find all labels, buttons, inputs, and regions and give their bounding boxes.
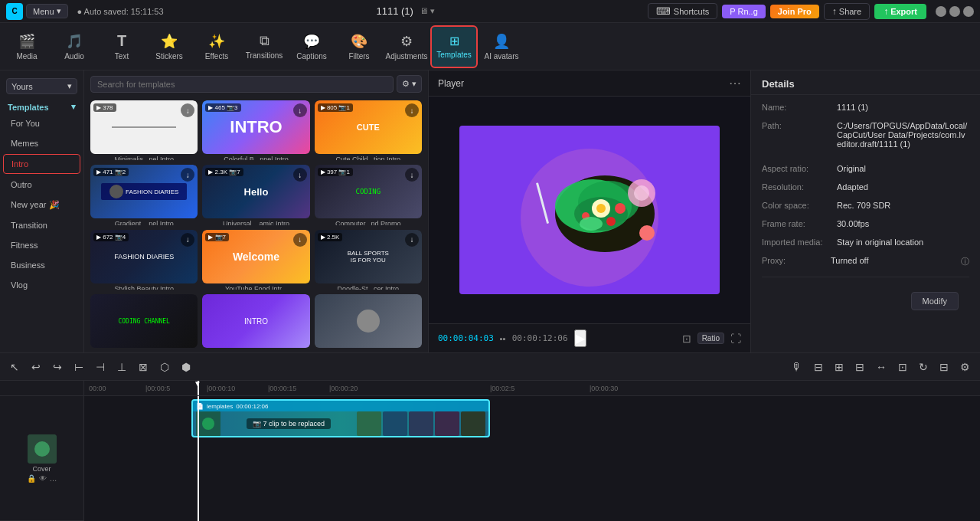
video-frame (459, 126, 720, 294)
tool-stickers[interactable]: ⭐ Stickers (145, 25, 193, 68)
template-card-4[interactable]: FASHION DIARIES ▶ 471 📷2 ↓ Gradient ...n… (90, 165, 198, 224)
timeline-playhead[interactable] (198, 381, 199, 395)
sidebar-item-intro[interactable]: Intro (3, 154, 80, 174)
template-label-9: Doodle-St...cer Intro (315, 285, 422, 290)
sidebar-item-transition[interactable]: Transition (3, 216, 80, 234)
template-card-11[interactable]: INTRO (202, 294, 309, 349)
template-card-8[interactable]: Welcome ▶ 📷7 ↓ YouTube Food Intr... (202, 230, 309, 290)
timeline-redo[interactable]: ↪ (49, 359, 66, 375)
template-badge-7: ▶ 672 📷4 (93, 233, 129, 241)
timeline-undo[interactable]: ↩ (28, 359, 44, 375)
tool-adjustments[interactable]: ⚙ Adjustments (383, 25, 430, 68)
export-button[interactable]: ↑ Export (874, 4, 926, 19)
timeline-audio-tool[interactable]: 🎙 (788, 359, 806, 375)
cover-label: Cover (32, 465, 51, 473)
sidebar-item-for-you[interactable]: For You (3, 114, 80, 133)
timeline-split[interactable]: ⊥ (113, 359, 130, 375)
sidebar-item-new-year[interactable]: New year 🎉 (3, 195, 80, 215)
sidebar-dropdown[interactable]: Yours ▾ (6, 78, 77, 94)
track-lock-icon[interactable]: 🔒 (27, 474, 36, 483)
timeline-bookmark[interactable]: ⬡ (156, 359, 173, 375)
timeline-clip-tool3[interactable]: ⊟ (851, 359, 868, 375)
template-download-3[interactable]: ↓ (405, 103, 419, 117)
template-card-3[interactable]: CUTE ▶ 805 📷1 ↓ Cute Child...tion Intro (315, 100, 422, 160)
tool-effects[interactable]: ✨ Effects (193, 25, 240, 68)
player-area: Player ⋯ (429, 70, 750, 352)
tool-templates[interactable]: ⊞ Templates (430, 25, 478, 68)
toolbar: 🎬 Media 🎵 Audio T Text ⭐ Stickers ✨ Effe… (0, 23, 980, 70)
close-button[interactable] (963, 6, 974, 17)
template-card-5[interactable]: Hello ▶ 2.3K 📷7 ↓ Universal ...amic Intr… (202, 165, 309, 224)
timeline-split-start[interactable]: ⊢ (70, 359, 87, 375)
track-visibility-icon[interactable]: 👁 (39, 474, 47, 483)
tool-transitions[interactable]: ⧉ Transitions (240, 25, 288, 68)
modify-button[interactable]: Modify (911, 292, 959, 310)
template-card-12[interactable] (315, 294, 422, 349)
timeline-clip-tool4[interactable]: ↔ (872, 359, 890, 375)
timeline-marker[interactable]: ⬢ (178, 359, 194, 375)
template-download-9[interactable]: ↓ (405, 233, 419, 247)
sidebar-templates-section[interactable]: Templates ▾ (0, 97, 83, 113)
shortcuts-button[interactable]: ⌨ Shortcuts (648, 3, 717, 19)
template-card-6[interactable]: CODING ▶ 397 📷1 ↓ Computer...nd Promo (315, 165, 422, 224)
template-download-7[interactable]: ↓ (181, 233, 194, 247)
fullscreen-icon[interactable]: ⛶ (730, 333, 741, 345)
share-button[interactable]: ↑ Share (824, 3, 870, 20)
template-card-9[interactable]: BALL SPORTSIS FOR YOU ▶ 2.5K ↓ Doodle-St… (315, 230, 422, 290)
project-title: 1111 (1) 🖥 ▾ (170, 5, 642, 17)
tool-media[interactable]: 🎬 Media (3, 25, 51, 68)
timeline-delete[interactable]: ⊠ (135, 359, 152, 375)
timeline-clip-loop[interactable]: ↻ (915, 359, 932, 375)
template-card-7[interactable]: FASHION DIARIES ▶ 672 📷4 ↓ Stylish Beaut… (90, 230, 198, 290)
sidebar: Yours ▾ Templates ▾ For You Memes Intro … (0, 70, 84, 352)
timeline-cursor-tool[interactable]: ↖ (6, 359, 23, 375)
timeline-toolbar: ↖ ↩ ↪ ⊢ ⊣ ⊥ ⊠ ⬡ ⬢ 🎙 ⊟ ⊞ ⊟ ↔ ⊡ ↻ ⊟ ⚙ (0, 353, 980, 381)
timeline-zoom-out[interactable]: ⊟ (936, 359, 952, 375)
template-label-8: YouTube Food Intr... (202, 285, 309, 290)
tool-text[interactable]: T Text (98, 25, 145, 68)
timeline-settings[interactable]: ⚙ (956, 359, 974, 375)
template-download-8[interactable]: ↓ (293, 233, 307, 247)
template-card-1[interactable]: ▶ 378 ↓ Minimalis...nel Intro (90, 100, 198, 160)
tool-captions[interactable]: 💬 Captions (288, 25, 335, 68)
maximize-button[interactable] (949, 6, 960, 17)
tool-ai-avatars[interactable]: 👤 AI avatars (478, 25, 525, 68)
play-button[interactable]: ▶ (574, 329, 586, 347)
join-pro-button[interactable]: Join Pro (770, 5, 819, 18)
clip-replace-label: 📷 7 clip to be replaced (247, 418, 331, 429)
timeline-split-end[interactable]: ⊣ (92, 359, 109, 375)
svg-point-13 (634, 185, 649, 201)
sidebar-item-business[interactable]: Business (3, 256, 80, 274)
details-body: Name: 1111 (1) Path: C:/Users/TOPGUS/App… (751, 95, 980, 352)
player-more-icon[interactable]: ⋯ (729, 76, 741, 90)
filter-button[interactable]: ⚙ ▾ (397, 75, 422, 93)
minimize-button[interactable] (936, 6, 946, 17)
template-download-2[interactable]: ↓ (293, 103, 307, 117)
svg-point-19 (202, 418, 214, 430)
pro-button[interactable]: P Rn..g (722, 5, 766, 18)
track-more-icon[interactable]: … (50, 474, 57, 483)
sidebar-item-memes[interactable]: Memes (3, 134, 80, 152)
sidebar-dropdown-area: Yours ▾ (0, 75, 83, 97)
template-card-2[interactable]: INTRO ▶ 465 📷3 ↓ Colorful B...nnel Intro (202, 100, 309, 160)
sidebar-item-fitness[interactable]: Fitness (3, 236, 80, 254)
sidebar-item-outro[interactable]: Outro (3, 175, 80, 194)
template-download-5[interactable]: ↓ (293, 168, 307, 182)
sidebar-item-vlog[interactable]: Vlog (3, 276, 80, 294)
track-labels: Cover 🔒 👁 … (0, 381, 84, 521)
tool-filters[interactable]: 🎨 Filters (335, 25, 383, 68)
timeline-clip-merge[interactable]: ⊞ (831, 359, 848, 375)
video-clip[interactable]: 📄 lemplates 00:00:12:06 📷 (191, 399, 490, 437)
detail-resolution: Resolution: Adapted (762, 182, 969, 192)
proxy-info-icon[interactable]: ⓘ (961, 256, 969, 267)
main-layout: Yours ▾ Templates ▾ For You Memes Intro … (0, 70, 980, 352)
ratio-badge[interactable]: Ratio (697, 333, 724, 344)
timeline-clip-split[interactable]: ⊟ (810, 359, 827, 375)
aspect-ratio-icon[interactable]: ⊡ (682, 333, 691, 345)
timeline-clip-frame[interactable]: ⊡ (894, 359, 911, 375)
template-card-10[interactable]: CODING CHANNEL (90, 294, 198, 349)
menu-button[interactable]: Menu ▾ (26, 4, 68, 18)
tool-audio[interactable]: 🎵 Audio (51, 25, 98, 68)
search-input[interactable] (90, 76, 394, 93)
svg-point-15 (639, 225, 655, 241)
